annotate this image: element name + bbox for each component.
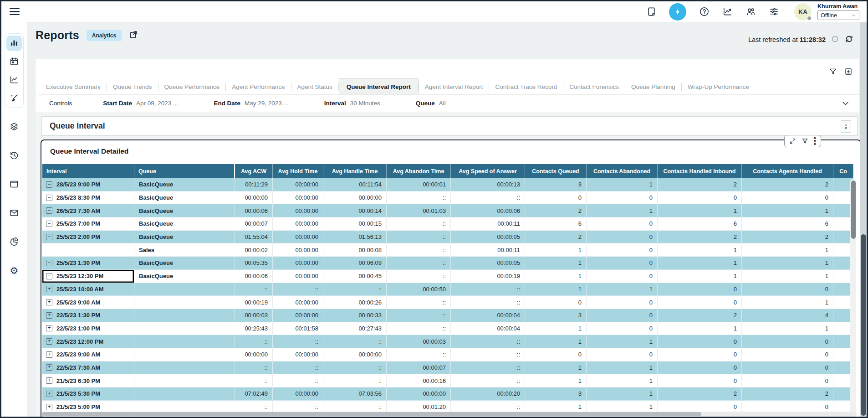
filter-icon[interactable] [802, 138, 808, 144]
note-icon[interactable] [646, 6, 657, 17]
flash-icon[interactable] [669, 3, 686, 21]
tab-queue-planning[interactable]: Queue Planning [625, 79, 681, 94]
column-header-avg-speed-of-answer[interactable]: Avg Speed of Answer [451, 164, 525, 178]
column-header-contacts-handled-inbound[interactable]: Contacts Handled Inbound [658, 164, 742, 178]
collapse-row-icon[interactable]: − [46, 207, 52, 214]
expand-row-icon[interactable]: + [46, 404, 52, 410]
layers-icon [9, 122, 19, 132]
expand-row-icon[interactable]: + [46, 377, 52, 384]
column-header-avg-acw[interactable]: Avg ACW [235, 164, 273, 178]
expand-icon[interactable] [789, 138, 796, 144]
sidebar-item-layers[interactable] [8, 121, 20, 133]
scrollbar-thumb[interactable] [851, 181, 856, 239]
interval-cell[interactable]: +22/5/23 1:30 PM [42, 309, 134, 322]
control-end-date[interactable]: End DateMay 29, 2023 ... [214, 100, 288, 107]
sidebar-item-settings[interactable]: ⚙ [8, 264, 20, 276]
avatar[interactable]: KA [794, 3, 812, 21]
sidebar-item-mail[interactable] [8, 207, 20, 219]
sidebar-item-history[interactable] [8, 150, 20, 161]
column-header-contacts-queued[interactable]: Contacts Queued [525, 164, 587, 178]
info-icon[interactable] [831, 35, 839, 44]
expand-row-icon[interactable]: + [46, 338, 52, 345]
interval-cell[interactable]: +22/5/23 1:00 PM [42, 322, 134, 335]
expand-row-icon[interactable]: + [46, 325, 52, 331]
interval-cell[interactable]: −26/5/23 7:30 AM [42, 204, 134, 217]
scrollbar-thumb[interactable] [42, 412, 701, 416]
interval-cell[interactable] [42, 243, 134, 257]
table-vertical-scrollbar[interactable] [850, 179, 856, 418]
interval-cell[interactable]: +25/5/23 10:00 AM [42, 283, 134, 296]
sidebar-item-calendar[interactable] [6, 54, 22, 69]
tab-contact-forensics[interactable]: Contact Forensics [563, 79, 625, 94]
spinner-down-icon[interactable]: ▼ [844, 127, 848, 130]
tab-wrap-up-performance[interactable]: Wrap-Up Performance [682, 79, 755, 94]
tab-agent-interval-report[interactable]: Agent Interval Report [419, 79, 489, 94]
interval-cell[interactable]: −25/5/23 12:30 PM [42, 270, 134, 283]
column-header-avg-abandon-time[interactable]: Avg Abandon Time [387, 164, 451, 178]
expand-row-icon[interactable]: + [46, 391, 52, 397]
interval-cell[interactable]: +25/5/23 9:00 AM [42, 296, 134, 309]
tab-queue-interval-report[interactable]: Queue Interval Report [339, 78, 419, 94]
tab-queue-trends[interactable]: Queue Trends [107, 79, 158, 94]
interval-cell[interactable]: −25/5/23 2:00 PM [42, 231, 134, 244]
filter-icon[interactable] [829, 67, 837, 76]
collapse-row-icon[interactable]: − [46, 181, 52, 188]
sidebar-item-trends[interactable] [6, 72, 22, 88]
column-header-interval[interactable]: Interval [42, 164, 134, 178]
metrics-icon[interactable] [722, 6, 733, 17]
sliders-icon[interactable] [768, 6, 779, 17]
column-header-queue[interactable]: Queue [134, 164, 235, 178]
collapse-row-icon[interactable]: − [46, 273, 52, 279]
tab-queue-performance[interactable]: Queue Performance [158, 79, 226, 94]
interval-cell[interactable]: +21/5/23 6:30 PM [42, 374, 134, 387]
sidebar-item-reports[interactable] [6, 36, 22, 51]
tab-contract-trace-record[interactable]: Contract Trace Record [489, 79, 563, 94]
column-header-avg-hold-time[interactable]: Avg Hold Time [273, 164, 323, 178]
tab-executive-summary[interactable]: Executive Summary [40, 79, 107, 94]
tab-agent-performance[interactable]: Agent Performance [226, 79, 291, 94]
interval-cell[interactable]: −28/5/23 9:00 PM [42, 178, 134, 191]
control-interval[interactable]: Interval30 Minutes [324, 100, 380, 107]
expand-row-icon[interactable]: + [46, 364, 52, 371]
expand-row-icon[interactable]: + [46, 286, 52, 292]
interval-cell[interactable]: −25/5/23 1:30 PM [42, 257, 134, 270]
sidebar-item-design[interactable] [6, 90, 22, 106]
collapse-row-icon[interactable]: − [46, 260, 52, 266]
column-header-contacts-agents-handled[interactable]: Contacts Agents Handled [742, 164, 833, 178]
column-header-co[interactable]: Co [833, 164, 853, 178]
column-header-avg-handle-time[interactable]: Avg Handle Time [323, 164, 387, 178]
interval-cell[interactable]: −28/5/23 8:30 PM [42, 191, 134, 205]
menu-icon[interactable] [10, 8, 20, 15]
expand-row-icon[interactable]: + [46, 299, 52, 305]
table-row: −25/5/23 12:30 PMBasicQueue00:00:0600:00… [42, 270, 853, 283]
control-start-date[interactable]: Start DateApr 09, 2023 ... [103, 100, 178, 107]
tab-agent-status[interactable]: Agent Status [291, 79, 338, 94]
scrollbar-thumb[interactable] [861, 234, 866, 416]
section-spinner[interactable]: ▲ ▼ [841, 120, 851, 133]
report-tabs: Executive SummaryQueue TrendsQueue Perfo… [38, 79, 859, 95]
download-icon[interactable] [844, 67, 853, 76]
column-header-contacts-abandoned[interactable]: Contacts Abandoned [587, 164, 658, 178]
page-scrollbar[interactable] [860, 3, 867, 417]
sidebar-item-workspace[interactable] [8, 178, 20, 190]
interval-cell[interactable]: +21/5/23 5:30 PM [42, 387, 134, 401]
interval-cell[interactable]: +22/5/23 12:00 PM [42, 335, 134, 348]
external-link-icon[interactable] [129, 30, 138, 41]
refresh-icon[interactable] [844, 34, 854, 45]
status-select[interactable]: Offline [817, 10, 859, 20]
collapse-row-icon[interactable]: − [46, 234, 52, 240]
kebab-menu-icon[interactable]: ••• [814, 137, 816, 145]
interval-cell[interactable]: +22/5/23 7:30 AM [42, 361, 134, 375]
expand-row-icon[interactable]: + [46, 312, 52, 319]
sidebar-item-analytics[interactable] [8, 236, 20, 248]
collapse-row-icon[interactable]: − [46, 221, 52, 227]
help-icon[interactable] [699, 6, 710, 17]
control-queue[interactable]: QueueAll [416, 100, 446, 107]
expand-row-icon[interactable]: + [46, 351, 52, 358]
horizontal-scrollbar[interactable] [41, 412, 857, 417]
users-icon[interactable] [745, 6, 756, 17]
interval-cell[interactable]: +22/5/23 9:00 AM [42, 348, 134, 361]
controls-collapse-icon[interactable] [841, 99, 850, 109]
interval-cell[interactable]: −25/5/23 7:00 PM [42, 217, 134, 231]
collapse-row-icon[interactable]: − [46, 195, 52, 201]
